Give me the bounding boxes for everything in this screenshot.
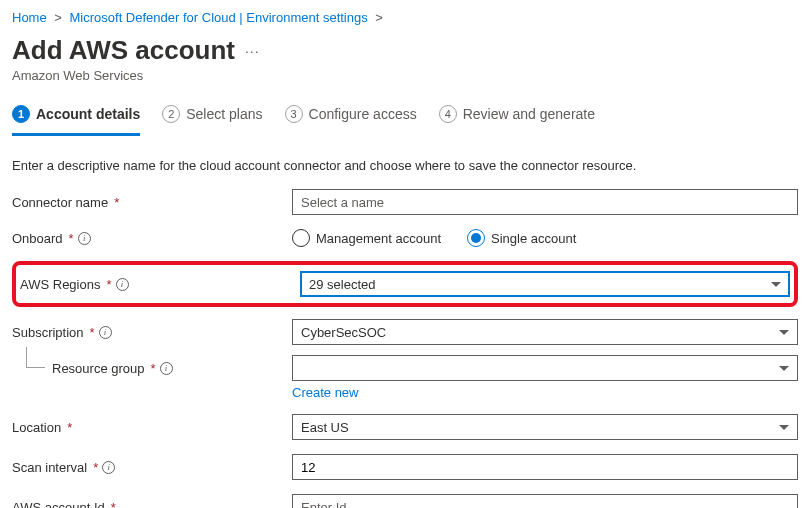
- subscription-label: Subscription: [12, 325, 84, 340]
- tab-step-number: 1: [12, 105, 30, 123]
- onboard-single-radio[interactable]: Single account: [467, 229, 576, 247]
- connector-name-label: Connector name: [12, 195, 108, 210]
- required-icon: *: [151, 361, 156, 376]
- select-value: 29 selected: [309, 277, 376, 292]
- info-icon[interactable]: i: [102, 461, 115, 474]
- resource-group-select[interactable]: [292, 355, 798, 381]
- tab-review-generate[interactable]: 4 Review and generate: [439, 99, 595, 136]
- subscription-select[interactable]: CyberSecSOC: [292, 319, 798, 345]
- breadcrumb-home[interactable]: Home: [12, 10, 47, 25]
- form-description: Enter a descriptive name for the cloud a…: [12, 158, 798, 173]
- more-actions-icon[interactable]: ···: [245, 43, 260, 59]
- required-icon: *: [106, 277, 111, 292]
- chevron-right-icon: >: [371, 10, 387, 25]
- scan-interval-input[interactable]: [292, 454, 798, 480]
- page-title: Add AWS account: [12, 35, 235, 66]
- onboard-label: Onboard: [12, 231, 63, 246]
- chevron-down-icon: [779, 366, 789, 371]
- tab-account-details[interactable]: 1 Account details: [12, 99, 140, 136]
- required-icon: *: [114, 195, 119, 210]
- onboard-mgmt-radio[interactable]: Management account: [292, 229, 441, 247]
- resource-group-label: Resource group: [52, 361, 145, 376]
- tab-step-number: 3: [285, 105, 303, 123]
- aws-account-id-label: AWS account Id: [12, 500, 105, 509]
- info-icon[interactable]: i: [116, 278, 129, 291]
- tab-label: Configure access: [309, 106, 417, 122]
- chevron-down-icon: [779, 425, 789, 430]
- tab-step-number: 2: [162, 105, 180, 123]
- radio-icon: [292, 229, 310, 247]
- location-select[interactable]: East US: [292, 414, 798, 440]
- info-icon[interactable]: i: [78, 232, 91, 245]
- radio-label: Management account: [316, 231, 441, 246]
- tab-label: Review and generate: [463, 106, 595, 122]
- info-icon[interactable]: i: [160, 362, 173, 375]
- breadcrumb-defender[interactable]: Microsoft Defender for Cloud | Environme…: [70, 10, 368, 25]
- scan-interval-label: Scan interval: [12, 460, 87, 475]
- chevron-down-icon: [771, 282, 781, 287]
- required-icon: *: [67, 420, 72, 435]
- select-value: East US: [301, 420, 349, 435]
- aws-regions-label: AWS Regions: [20, 277, 100, 292]
- select-value: CyberSecSOC: [301, 325, 386, 340]
- tabs: 1 Account details 2 Select plans 3 Confi…: [12, 99, 798, 136]
- radio-icon: [467, 229, 485, 247]
- create-new-link[interactable]: Create new: [292, 385, 358, 400]
- breadcrumb: Home > Microsoft Defender for Cloud | En…: [12, 8, 798, 31]
- aws-regions-select[interactable]: 29 selected: [300, 271, 790, 297]
- radio-label: Single account: [491, 231, 576, 246]
- aws-account-id-input[interactable]: [292, 494, 798, 508]
- tab-label: Account details: [36, 106, 140, 122]
- connector-name-input[interactable]: [292, 189, 798, 215]
- info-icon[interactable]: i: [99, 326, 112, 339]
- tab-select-plans[interactable]: 2 Select plans: [162, 99, 262, 136]
- required-icon: *: [90, 325, 95, 340]
- chevron-right-icon: >: [50, 10, 66, 25]
- location-label: Location: [12, 420, 61, 435]
- required-icon: *: [93, 460, 98, 475]
- aws-regions-highlight: AWS Regions * i 29 selected: [12, 261, 798, 307]
- chevron-down-icon: [779, 330, 789, 335]
- tab-configure-access[interactable]: 3 Configure access: [285, 99, 417, 136]
- required-icon: *: [69, 231, 74, 246]
- page-subtitle: Amazon Web Services: [12, 68, 798, 83]
- required-icon: *: [111, 500, 116, 509]
- tab-step-number: 4: [439, 105, 457, 123]
- tab-label: Select plans: [186, 106, 262, 122]
